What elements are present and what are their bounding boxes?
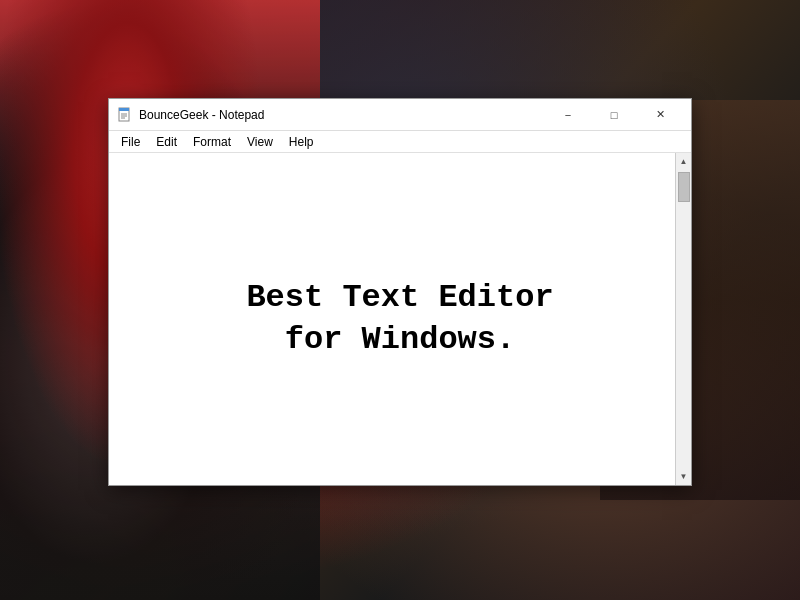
close-button[interactable]: ✕	[637, 99, 683, 131]
window-title: BounceGeek - Notepad	[139, 108, 545, 122]
maximize-button[interactable]: □	[591, 99, 637, 131]
text-line-1: Best Text Editor	[246, 277, 553, 319]
menu-format[interactable]: Format	[185, 133, 239, 151]
scrollbar-thumb[interactable]	[678, 172, 690, 202]
notepad-window: BounceGeek - Notepad − □ ✕ File Edit For…	[108, 98, 692, 486]
menu-help[interactable]: Help	[281, 133, 322, 151]
window-controls: − □ ✕	[545, 99, 683, 131]
notepad-icon	[117, 107, 133, 123]
scrollbar: ▲ ▼	[675, 153, 691, 485]
scrollbar-up-arrow[interactable]: ▲	[676, 153, 692, 170]
svg-rect-1	[119, 108, 129, 111]
text-inner: Best Text Editor for Windows.	[246, 277, 553, 360]
menu-file[interactable]: File	[113, 133, 148, 151]
menu-edit[interactable]: Edit	[148, 133, 185, 151]
scrollbar-down-arrow[interactable]: ▼	[676, 468, 692, 485]
scrollbar-track[interactable]	[676, 170, 691, 468]
title-bar: BounceGeek - Notepad − □ ✕	[109, 99, 691, 131]
text-content-display: Best Text Editor for Windows.	[109, 153, 691, 485]
text-line-2: for Windows.	[246, 319, 553, 361]
text-area[interactable]: Best Text Editor for Windows. ▲ ▼	[109, 153, 691, 485]
minimize-button[interactable]: −	[545, 99, 591, 131]
menu-view[interactable]: View	[239, 133, 281, 151]
menu-bar: File Edit Format View Help	[109, 131, 691, 153]
